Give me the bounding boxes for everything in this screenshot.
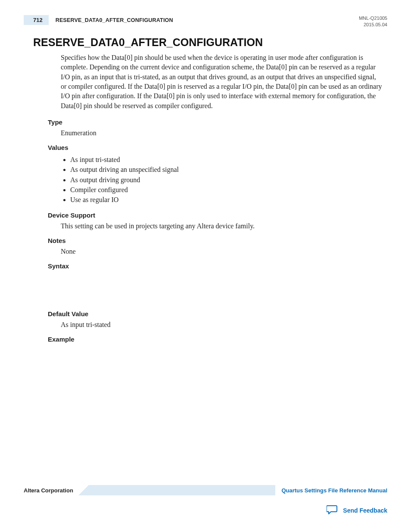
page-number: 712 (24, 15, 49, 25)
default-value-heading: Default Value (48, 310, 383, 317)
type-heading: Type (48, 118, 383, 126)
send-feedback-link[interactable]: Send Feedback (343, 507, 387, 514)
values-list: As input tri-stated As output driving an… (61, 155, 383, 205)
page-footer: Altera Corporation Quartus Settings File… (0, 485, 411, 516)
list-item: As output driving an unspecified signal (70, 165, 383, 174)
page-title: RESERVE_DATA0_AFTER_CONFIGURATION (33, 36, 387, 49)
device-support-value: This setting can be used in projects tar… (61, 222, 383, 230)
footer-manual-link[interactable]: Quartus Settings File Reference Manual (275, 487, 387, 494)
feedback-row: Send Feedback (24, 505, 387, 516)
list-item: Compiler configured (70, 185, 383, 195)
comment-icon (327, 505, 338, 516)
list-item: As output driving ground (70, 175, 383, 185)
header-right: MNL-Q21005 2015.05.04 (359, 15, 387, 28)
syntax-placeholder (61, 273, 383, 303)
list-item: As input tri-stated (70, 155, 383, 165)
example-heading: Example (48, 336, 383, 343)
device-support-heading: Device Support (48, 212, 383, 219)
type-value: Enumeration (61, 129, 383, 137)
syntax-heading: Syntax (48, 262, 383, 270)
values-heading: Values (48, 144, 383, 151)
content-body: Specifies how the Data[0] pin should be … (61, 53, 383, 343)
header-left: 712 RESERVE_DATA0_AFTER_CONFIGURATION (24, 15, 173, 25)
page-container: 712 RESERVE_DATA0_AFTER_CONFIGURATION MN… (0, 0, 411, 532)
list-item: Use as regular IO (70, 195, 383, 205)
default-value-value: As input tri-stated (61, 321, 383, 329)
doc-id: MNL-Q21005 (359, 15, 387, 22)
notes-heading: Notes (48, 237, 383, 244)
notes-value: None (61, 248, 383, 255)
footer-bar: Altera Corporation Quartus Settings File… (24, 485, 387, 495)
running-title: RESERVE_DATA0_AFTER_CONFIGURATION (56, 17, 173, 23)
footer-separator (78, 485, 276, 495)
page-header: 712 RESERVE_DATA0_AFTER_CONFIGURATION MN… (24, 15, 387, 28)
doc-date: 2015.05.04 (359, 22, 387, 28)
description-paragraph: Specifies how the Data[0] pin should be … (61, 53, 383, 111)
footer-company: Altera Corporation (24, 487, 78, 494)
